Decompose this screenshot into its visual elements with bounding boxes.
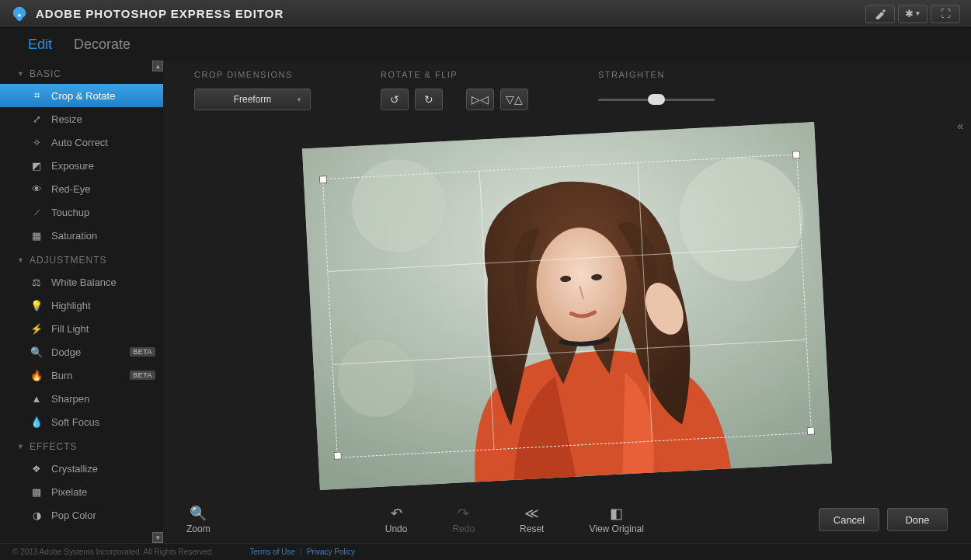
- triangle-icon: ▲: [30, 391, 44, 405]
- undo-button[interactable]: ↶Undo: [385, 505, 408, 534]
- reset-button[interactable]: ≪Reset: [520, 505, 544, 534]
- crop-handle-tr[interactable]: [792, 151, 801, 159]
- sidebar-item-touchup[interactable]: ⟋Touchup: [0, 200, 163, 224]
- photo[interactable]: [302, 122, 832, 490]
- zoom-button[interactable]: 🔍Zoom: [186, 505, 211, 534]
- sidebar-item-fill-light[interactable]: ⚡Fill Light: [0, 317, 163, 340]
- rotate-flip-group: ROTATE & FLIP ↺ ↻ ▷◁ ▽△: [381, 70, 528, 115]
- canvas[interactable]: [163, 115, 971, 496]
- header-settings-button[interactable]: ✱ ▼: [898, 5, 927, 23]
- cancel-button[interactable]: Cancel: [819, 508, 879, 531]
- sidebar-item-burn[interactable]: 🔥BurnBETA: [0, 363, 163, 387]
- flip-horizontal-button[interactable]: ▷◁: [466, 89, 494, 110]
- sidebar-item-pop-color[interactable]: ◑Pop Color: [0, 503, 163, 527]
- gradient-icon: ▦: [30, 228, 44, 242]
- resize-icon: ⤢: [30, 112, 44, 126]
- eye-icon: 👁: [30, 182, 44, 196]
- tab-decorate[interactable]: Decorate: [63, 30, 141, 61]
- flip-vertical-button[interactable]: ▽△: [500, 89, 528, 110]
- reset-icon: ≪: [524, 505, 539, 522]
- flame-icon: 🔥: [30, 368, 44, 382]
- search-icon: 🔍: [30, 345, 44, 359]
- group-effects[interactable]: ▼EFFECTS: [0, 433, 163, 457]
- crop-handle-br[interactable]: [807, 426, 816, 435]
- crop-dimensions-dropdown[interactable]: Freeform: [194, 89, 311, 110]
- sidebar-item-highlight[interactable]: 💡Highlight: [0, 294, 163, 317]
- sidebar-item-auto-correct[interactable]: ✧Auto Correct: [0, 130, 163, 154]
- tab-edit[interactable]: Edit: [17, 30, 63, 61]
- drop-icon: 💧: [30, 415, 44, 429]
- sidebar-item-sharpen[interactable]: ▲Sharpen: [0, 387, 163, 410]
- undo-icon: ↶: [391, 505, 402, 522]
- app-header: ADOBE PHOTOSHOP EXPRESS EDITOR ✱ ▼ ⛶: [0, 0, 971, 28]
- bolt-icon: ⚡: [30, 322, 44, 336]
- view-original-button[interactable]: ◧View Original: [589, 505, 643, 534]
- sidebar-item-saturation[interactable]: ▦Saturation: [0, 224, 163, 247]
- sidebar-scroll-up[interactable]: ▴: [152, 61, 163, 71]
- pop-icon: ◑: [30, 508, 44, 522]
- crop-handle-bl[interactable]: [333, 451, 342, 460]
- app-logo-icon: [11, 5, 28, 23]
- bandaid-icon: ⟋: [30, 205, 44, 219]
- compare-icon: ◧: [610, 505, 623, 522]
- sidebar-item-dodge[interactable]: 🔍DodgeBETA: [0, 340, 163, 363]
- straighten-slider[interactable]: [598, 89, 715, 110]
- slider-thumb[interactable]: [648, 94, 665, 105]
- zoom-icon: 🔍: [190, 505, 207, 522]
- bulb-icon: 💡: [30, 298, 44, 312]
- sidebar: ▴ ▼BASIC ⌗Crop & Rotate ⤢Resize ✧Auto Co…: [0, 61, 163, 543]
- redo-button[interactable]: ↷Redo: [452, 505, 475, 534]
- wand-icon: ✧: [30, 135, 44, 149]
- straighten-group: STRAIGHTEN: [598, 70, 715, 115]
- svg-point-0: [18, 14, 21, 17]
- header-tool-button[interactable]: [865, 5, 895, 23]
- crop-frame[interactable]: [322, 154, 812, 458]
- header-fullscreen-button[interactable]: ⛶: [931, 5, 960, 23]
- terms-link[interactable]: Terms of Use: [249, 548, 295, 556]
- crop-handle-tl[interactable]: [319, 175, 328, 183]
- sidebar-scroll-down[interactable]: ▾: [152, 532, 163, 543]
- sidebar-item-resize[interactable]: ⤢Resize: [0, 107, 163, 130]
- main-tabs: Edit Decorate: [0, 28, 971, 61]
- footer: © 2013 Adobe Systems Incorporated. All R…: [0, 543, 971, 560]
- app-title: ADOBE PHOTOSHOP EXPRESS EDITOR: [36, 7, 284, 20]
- crop-icon: ⌗: [30, 89, 44, 103]
- group-basic[interactable]: ▼BASIC: [0, 61, 163, 84]
- bottom-toolbar: 🔍Zoom ↶Undo ↷Redo ≪Reset ◧View Original …: [163, 496, 971, 543]
- sidebar-item-white-balance[interactable]: ⚖White Balance: [0, 270, 163, 294]
- sidebar-item-pixelate[interactable]: ▩Pixelate: [0, 480, 163, 503]
- sidebar-item-exposure[interactable]: ◩Exposure: [0, 154, 163, 177]
- exposure-icon: ◩: [30, 158, 44, 172]
- work-area: CROP DIMENSIONS Freeform ROTATE & FLIP ↺…: [163, 61, 971, 543]
- scale-icon: ⚖: [30, 275, 44, 289]
- pixel-icon: ▩: [30, 485, 44, 499]
- crystal-icon: ❖: [30, 461, 44, 475]
- group-adjustments[interactable]: ▼ADJUSTMENTS: [0, 247, 163, 270]
- sidebar-item-soft-focus[interactable]: 💧Soft Focus: [0, 410, 163, 433]
- rotate-cw-button[interactable]: ↻: [415, 89, 443, 110]
- crop-dimensions-group: CROP DIMENSIONS Freeform: [194, 70, 311, 115]
- sidebar-item-crystallize[interactable]: ❖Crystallize: [0, 457, 163, 480]
- done-button[interactable]: Done: [887, 508, 948, 531]
- privacy-link[interactable]: Privacy Policy: [307, 548, 355, 556]
- sidebar-item-crop-rotate[interactable]: ⌗Crop & Rotate: [0, 84, 163, 107]
- redo-icon: ↷: [458, 505, 469, 522]
- rotate-ccw-button[interactable]: ↺: [381, 89, 409, 110]
- sidebar-item-red-eye[interactable]: 👁Red-Eye: [0, 177, 163, 200]
